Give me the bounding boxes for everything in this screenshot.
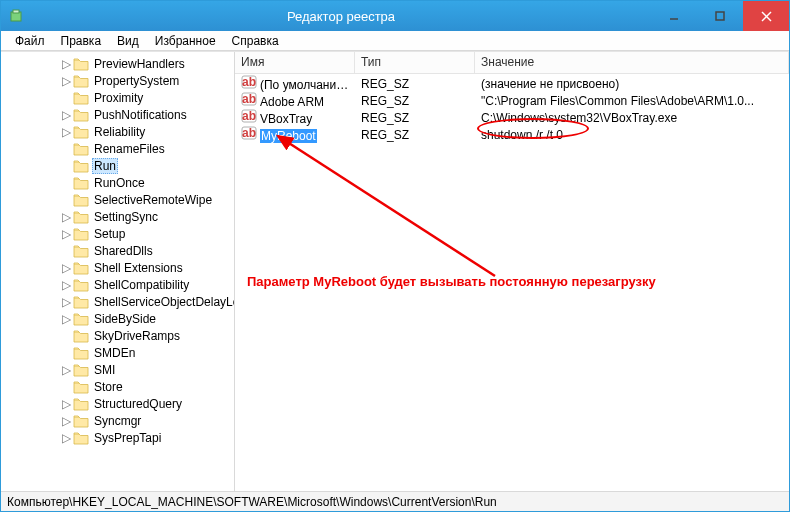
tree-item[interactable]: Store <box>1 378 234 395</box>
expand-icon[interactable]: ▷ <box>59 108 73 122</box>
folder-icon <box>73 260 89 276</box>
tree-item-label: Proximity <box>92 91 145 105</box>
status-path: Компьютер\HKEY_LOCAL_MACHINE\SOFTWARE\Mi… <box>7 495 497 509</box>
cell-type: REG_SZ <box>355 77 475 91</box>
cell-type: REG_SZ <box>355 94 475 108</box>
folder-icon <box>73 311 89 327</box>
list-pane: Имя Тип Значение ab(По умолчанию)REG_SZ(… <box>235 52 789 491</box>
folder-icon <box>73 209 89 225</box>
list-header: Имя Тип Значение <box>235 52 789 74</box>
folder-icon <box>73 158 89 174</box>
tree-item[interactable]: SMDEn <box>1 344 234 361</box>
folder-icon <box>73 430 89 446</box>
close-button[interactable] <box>743 1 789 31</box>
tree-pane: ▷PreviewHandlers▷PropertySystemProximity… <box>1 52 235 491</box>
content-area: ▷PreviewHandlers▷PropertySystemProximity… <box>1 51 789 491</box>
tree-item[interactable]: ▷Setup <box>1 225 234 242</box>
tree-item[interactable]: ▷ShellCompatibility <box>1 276 234 293</box>
tree-item[interactable]: ▷Reliability <box>1 123 234 140</box>
tree-item-label: SkyDriveRamps <box>92 329 182 343</box>
expand-icon[interactable]: ▷ <box>59 210 73 224</box>
list-row[interactable]: ab(По умолчанию)REG_SZ(значение не присв… <box>235 75 789 92</box>
cell-type: REG_SZ <box>355 111 475 125</box>
menu-favorites[interactable]: Избранное <box>147 32 224 50</box>
folder-icon <box>73 328 89 344</box>
expand-icon[interactable]: ▷ <box>59 278 73 292</box>
cell-type: REG_SZ <box>355 128 475 142</box>
list-body[interactable]: ab(По умолчанию)REG_SZ(значение не присв… <box>235 74 789 491</box>
tree-item[interactable]: Proximity <box>1 89 234 106</box>
tree-item[interactable]: ▷SysPrepTapi <box>1 429 234 446</box>
expand-icon[interactable]: ▷ <box>59 227 73 241</box>
list-row[interactable]: abVBoxTrayREG_SZC:\Windows\system32\VBox… <box>235 109 789 126</box>
tree-item-label: Reliability <box>92 125 147 139</box>
expand-icon[interactable]: ▷ <box>59 414 73 428</box>
cell-name: abVBoxTray <box>235 109 355 126</box>
svg-line-14 <box>278 136 495 276</box>
expand-icon[interactable]: ▷ <box>59 125 73 139</box>
tree-item[interactable]: ▷StructuredQuery <box>1 395 234 412</box>
titlebar[interactable]: Редактор реестра <box>1 1 789 31</box>
tree-item-label: PreviewHandlers <box>92 57 187 71</box>
folder-icon <box>73 175 89 191</box>
tree-view[interactable]: ▷PreviewHandlers▷PropertySystemProximity… <box>1 52 234 491</box>
folder-icon <box>73 56 89 72</box>
expand-icon[interactable]: ▷ <box>59 57 73 71</box>
maximize-button[interactable] <box>697 1 743 31</box>
svg-rect-1 <box>13 10 19 13</box>
menu-file[interactable]: Файл <box>7 32 53 50</box>
window-controls <box>651 1 789 31</box>
cell-value: C:\Windows\system32\VBoxTray.exe <box>475 111 789 125</box>
tree-item[interactable]: Run <box>1 157 234 174</box>
tree-item[interactable]: ▷Syncmgr <box>1 412 234 429</box>
folder-icon <box>73 90 89 106</box>
cell-name: ab(По умолчанию) <box>235 75 355 92</box>
column-header-name[interactable]: Имя <box>235 52 355 73</box>
folder-icon <box>73 243 89 259</box>
expand-icon[interactable]: ▷ <box>59 295 73 309</box>
tree-item[interactable]: ▷PushNotifications <box>1 106 234 123</box>
svg-rect-3 <box>716 12 724 20</box>
folder-icon <box>73 413 89 429</box>
expand-icon[interactable]: ▷ <box>59 397 73 411</box>
annotation-text: Параметр MyReboot будет вызывать постоян… <box>247 274 656 289</box>
statusbar: Компьютер\HKEY_LOCAL_MACHINE\SOFTWARE\Mi… <box>1 491 789 511</box>
menu-help[interactable]: Справка <box>224 32 287 50</box>
minimize-button[interactable] <box>651 1 697 31</box>
app-icon <box>1 8 31 24</box>
menubar: Файл Правка Вид Избранное Справка <box>1 31 789 51</box>
menu-edit[interactable]: Правка <box>53 32 110 50</box>
tree-item[interactable]: ▷SideBySide <box>1 310 234 327</box>
tree-item[interactable]: ▷Shell Extensions <box>1 259 234 276</box>
list-row[interactable]: abMyRebootREG_SZshutdown /r /t 0 <box>235 126 789 143</box>
tree-item[interactable]: ▷PreviewHandlers <box>1 55 234 72</box>
tree-item[interactable]: ▷SettingSync <box>1 208 234 225</box>
tree-item[interactable]: SkyDriveRamps <box>1 327 234 344</box>
tree-item[interactable]: ▷ShellServiceObjectDelayLoad <box>1 293 234 310</box>
tree-item[interactable]: ▷PropertySystem <box>1 72 234 89</box>
cell-value: "C:\Program Files\Common Files\Adobe\ARM… <box>475 94 789 108</box>
column-header-type[interactable]: Тип <box>355 52 475 73</box>
tree-item[interactable]: SelectiveRemoteWipe <box>1 191 234 208</box>
expand-icon[interactable]: ▷ <box>59 312 73 326</box>
tree-item-label: ShellServiceObjectDelayLoad <box>92 295 234 309</box>
column-header-value[interactable]: Значение <box>475 52 789 73</box>
window-title: Редактор реестра <box>31 9 651 24</box>
expand-icon[interactable]: ▷ <box>59 74 73 88</box>
expand-icon[interactable]: ▷ <box>59 261 73 275</box>
tree-item-label: RunOnce <box>92 176 147 190</box>
tree-item-label: StructuredQuery <box>92 397 184 411</box>
tree-item-label: SharedDlls <box>92 244 155 258</box>
tree-item[interactable]: RunOnce <box>1 174 234 191</box>
expand-icon[interactable]: ▷ <box>59 363 73 377</box>
folder-icon <box>73 345 89 361</box>
tree-item[interactable]: RenameFiles <box>1 140 234 157</box>
tree-item[interactable]: SharedDlls <box>1 242 234 259</box>
menu-view[interactable]: Вид <box>109 32 147 50</box>
list-row[interactable]: abAdobe ARMREG_SZ"C:\Program Files\Commo… <box>235 92 789 109</box>
string-value-icon: ab <box>241 126 257 140</box>
tree-item[interactable]: ▷SMI <box>1 361 234 378</box>
expand-icon[interactable]: ▷ <box>59 431 73 445</box>
registry-editor-window: Редактор реестра Файл Правка Вид Избранн… <box>0 0 790 512</box>
tree-item-label: SelectiveRemoteWipe <box>92 193 214 207</box>
